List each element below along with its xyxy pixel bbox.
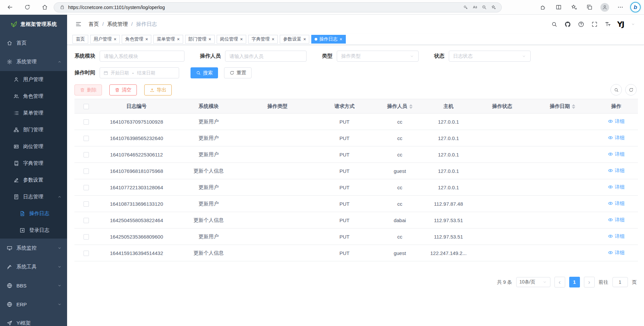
- breadcrumb-item[interactable]: 首页: [89, 21, 99, 28]
- tab-menu-management[interactable]: 菜单管理×: [153, 35, 183, 44]
- caret-down-icon[interactable]: [627, 18, 639, 30]
- home-button[interactable]: [38, 2, 51, 13]
- sidebar-item-bbs[interactable]: BBS: [0, 276, 67, 295]
- hamburger-icon[interactable]: [72, 18, 85, 30]
- sidebar-item-operation-log[interactable]: 操作日志: [0, 205, 67, 222]
- row-checkbox[interactable]: [84, 169, 89, 174]
- tab-user-management[interactable]: 用户管理×: [90, 35, 120, 44]
- close-icon[interactable]: ×: [240, 37, 243, 42]
- next-page-button[interactable]: ›: [584, 277, 595, 287]
- sidebar-item-login-log[interactable]: 登录日志: [0, 222, 67, 239]
- tab-home[interactable]: 首页: [72, 35, 88, 44]
- row-checkbox[interactable]: [84, 136, 89, 141]
- close-icon[interactable]: ×: [339, 37, 342, 42]
- sidebar-item-system-tools[interactable]: 系统工具: [0, 257, 67, 276]
- sidebar-item-system-management[interactable]: 系统管理: [0, 52, 67, 71]
- export-button[interactable]: 导出: [144, 84, 172, 95]
- detail-link[interactable]: 详细: [608, 184, 625, 190]
- split-screen-button[interactable]: [553, 2, 564, 13]
- goto-page-input[interactable]: [612, 277, 628, 287]
- reload-button[interactable]: [21, 2, 34, 13]
- address-bar[interactable]: https://ccnetcore.com:1101/system/log/op…: [54, 2, 502, 12]
- zoom-out-icon[interactable]: [480, 3, 488, 11]
- close-icon[interactable]: ×: [209, 37, 211, 42]
- clear-button[interactable]: 清空: [109, 84, 137, 95]
- close-icon[interactable]: ×: [114, 37, 116, 42]
- column-header-date[interactable]: 操作日期: [531, 99, 594, 114]
- sidebar-item-erp[interactable]: ERP: [0, 295, 67, 314]
- close-icon[interactable]: ×: [303, 37, 306, 42]
- sidebar-item-role-management[interactable]: 角色管理: [0, 88, 67, 105]
- tab-dict-management[interactable]: 字典管理×: [248, 35, 278, 44]
- row-checkbox[interactable]: [84, 251, 89, 256]
- row-checkbox[interactable]: [84, 218, 89, 223]
- reset-button[interactable]: 重置: [224, 67, 252, 78]
- date-range-picker[interactable]: 开始日期 - 结束日期: [100, 67, 179, 78]
- back-button[interactable]: [3, 2, 16, 13]
- page-size-select[interactable]: 10条/页: [516, 277, 550, 287]
- sort-caret-icon[interactable]: [409, 104, 413, 109]
- close-icon[interactable]: ×: [177, 37, 179, 42]
- favorites-bar-button[interactable]: [569, 2, 579, 13]
- dots-button[interactable]: [615, 2, 626, 13]
- row-checkbox[interactable]: [84, 201, 89, 207]
- collections-button[interactable]: [584, 2, 595, 13]
- row-checkbox[interactable]: [84, 119, 89, 125]
- read-aloud-icon[interactable]: [471, 3, 479, 11]
- copilot-icon[interactable]: b: [630, 2, 641, 12]
- prev-page-button[interactable]: ‹: [554, 277, 565, 287]
- detail-link[interactable]: 详细: [608, 233, 625, 240]
- row-checkbox[interactable]: [84, 234, 89, 240]
- detail-link[interactable]: 详细: [608, 118, 625, 125]
- sidebar-item-home[interactable]: 首页: [0, 34, 67, 52]
- sidebar-item-dict-management[interactable]: 字典管理: [0, 155, 67, 172]
- module-input[interactable]: [104, 54, 180, 59]
- delete-button[interactable]: 删除: [74, 84, 102, 95]
- detail-link[interactable]: 详细: [608, 217, 625, 223]
- detail-link[interactable]: 详细: [608, 135, 625, 141]
- select-all-checkbox[interactable]: [84, 104, 89, 109]
- status-select[interactable]: 日志状态: [449, 51, 531, 62]
- sidebar-item-user-management[interactable]: 用户管理: [0, 71, 67, 88]
- sidebar-item-system-monitor[interactable]: 系统监控: [0, 239, 67, 257]
- sidebar-item-log-management[interactable]: 日志管理: [0, 188, 67, 205]
- tab-param-settings[interactable]: 参数设置×: [280, 35, 309, 44]
- url-text[interactable]: https://ccnetcore.com:1101/system/log/op…: [68, 5, 461, 10]
- column-header-operator[interactable]: 操作人员: [376, 99, 423, 114]
- type-select[interactable]: 操作类型: [337, 51, 419, 62]
- sidebar-item-menu-management[interactable]: 菜单管理: [0, 105, 67, 121]
- yi-logo[interactable]: YJ: [617, 20, 624, 28]
- tab-post-management[interactable]: 岗位管理×: [217, 35, 246, 44]
- tab-operation-log[interactable]: 操作日志×: [311, 35, 345, 44]
- detail-link[interactable]: 详细: [608, 168, 625, 174]
- question-button[interactable]: [576, 18, 587, 30]
- sort-caret-icon[interactable]: [572, 104, 575, 109]
- puzzle-button[interactable]: [538, 2, 548, 13]
- star-plus-icon[interactable]: [489, 3, 497, 11]
- github-button[interactable]: [562, 18, 574, 30]
- text-size-button[interactable]: [602, 18, 614, 30]
- table-search-button[interactable]: [610, 84, 622, 95]
- row-checkbox[interactable]: [84, 185, 89, 190]
- sidebar-item-param-settings[interactable]: 参数设置: [0, 172, 67, 188]
- detail-link[interactable]: 详细: [608, 151, 625, 157]
- search-button[interactable]: [549, 18, 560, 30]
- fullscreen-button[interactable]: [589, 18, 600, 30]
- search-button[interactable]: 搜索: [191, 67, 218, 78]
- current-page[interactable]: 1: [569, 277, 580, 287]
- tab-dept-management[interactable]: 部门管理×: [185, 35, 215, 44]
- tab-role-management[interactable]: 角色管理×: [122, 35, 151, 44]
- table-refresh-button[interactable]: [625, 84, 637, 95]
- key-icon[interactable]: [461, 3, 469, 11]
- app-logo[interactable]: 意框架管理系统: [0, 15, 67, 34]
- breadcrumb-item[interactable]: 系统管理: [107, 21, 128, 28]
- profile-button[interactable]: [599, 2, 610, 13]
- sidebar-item-yi-framework[interactable]: Yi框架: [0, 314, 67, 326]
- row-checkbox[interactable]: [84, 152, 89, 157]
- close-icon[interactable]: ×: [272, 37, 274, 42]
- operator-input[interactable]: [229, 54, 302, 59]
- sidebar-item-dept-management[interactable]: 部门管理: [0, 121, 67, 138]
- close-icon[interactable]: ×: [145, 37, 148, 42]
- detail-link[interactable]: 详细: [608, 250, 625, 256]
- sidebar-item-post-management[interactable]: 岗位管理: [0, 138, 67, 155]
